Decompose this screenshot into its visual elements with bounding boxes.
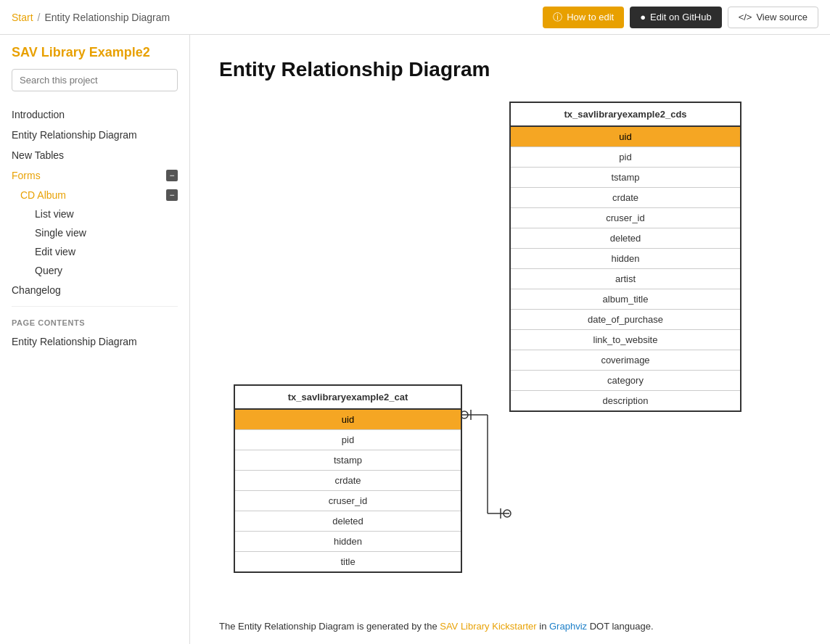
sidebar-item-introduction[interactable]: Introduction <box>0 104 189 125</box>
footer-text: The Entity Relationship Diagram is gener… <box>219 621 801 632</box>
sidebar: SAV Library Example2 Introduction Entity… <box>0 35 190 644</box>
er-table-cds-row-crdate: crdate <box>511 188 740 208</box>
sidebar-nav: Introduction Entity Relationship Diagram… <box>0 99 189 644</box>
sidebar-item-query[interactable]: Query <box>0 261 189 280</box>
footer-suffix: DOT language. <box>590 621 654 632</box>
er-table-cat-row-uid: uid <box>235 410 461 430</box>
sidebar-item-edit-view[interactable]: Edit view <box>0 242 189 261</box>
er-table-cds-row-album-title: album_title <box>511 289 740 310</box>
er-table-cds-row-date-of-purchase: date_of_purchase <box>511 310 740 330</box>
sidebar-item-new-tables-label: New Tables <box>12 149 64 161</box>
er-table-cat-row-cruser-id: cruser_id <box>235 491 461 511</box>
er-table-cds-row-uid: uid <box>511 127 740 147</box>
footer-in: in <box>539 621 549 632</box>
er-table-cat: tx_savlibraryexample2_cat uid pid tstamp… <box>234 384 462 573</box>
sidebar-item-list-view-label: List view <box>35 208 74 220</box>
how-to-edit-label: How to edit <box>567 12 614 22</box>
sidebar-item-forms-label: Forms <box>12 170 41 181</box>
er-table-cds-row-tstamp: tstamp <box>511 168 740 188</box>
er-table-cat-row-title: title <box>235 552 461 571</box>
er-table-cds: tx_savlibraryexample2_cds uid pid tstamp… <box>509 102 741 412</box>
er-table-cat-row-hidden: hidden <box>235 532 461 552</box>
sidebar-item-single-view-label: Single view <box>35 227 86 239</box>
code-icon: </> <box>739 12 752 22</box>
er-table-cds-row-description: description <box>511 391 740 410</box>
cd-album-collapse-icon[interactable]: − <box>166 189 178 201</box>
er-table-cds-row-coverimage: coverimage <box>511 350 740 371</box>
sidebar-item-changelog-label: Changelog <box>12 284 61 296</box>
layout: SAV Library Example2 Introduction Entity… <box>0 35 830 644</box>
er-table-cds-row-deleted: deleted <box>511 228 740 249</box>
top-bar-actions: ⓘ How to edit ● Edit on GitHub </> View … <box>543 7 818 28</box>
project-title: SAV Library Example2 <box>12 45 178 60</box>
edit-on-github-button[interactable]: ● Edit on GitHub <box>630 7 721 28</box>
sidebar-item-forms[interactable]: Forms − <box>0 165 189 186</box>
sidebar-item-list-view[interactable]: List view <box>0 205 189 223</box>
sidebar-toc-erd-label: Entity Relationship Diagram <box>12 336 137 347</box>
er-table-cds-row-category: category <box>511 371 740 391</box>
sidebar-item-changelog[interactable]: Changelog <box>0 280 189 300</box>
er-table-cds-row-hidden: hidden <box>511 249 740 269</box>
view-source-button[interactable]: </> View source <box>728 7 818 28</box>
breadcrumb-current: Entity Relationship Diagram <box>44 12 170 23</box>
footer-prefix: The Entity Relationship Diagram is gener… <box>219 621 440 632</box>
er-table-cat-row-tstamp: tstamp <box>235 450 461 471</box>
er-table-cds-row-pid: pid <box>511 147 740 168</box>
sidebar-item-introduction-label: Introduction <box>12 109 65 120</box>
sidebar-item-erd-label: Entity Relationship Diagram <box>12 129 137 141</box>
view-source-label: View source <box>756 12 808 22</box>
er-table-cat-title: tx_savlibraryexample2_cat <box>235 386 461 410</box>
breadcrumb-start-link[interactable]: Start <box>12 12 33 23</box>
er-table-cds-title: tx_savlibraryexample2_cds <box>511 103 740 127</box>
sidebar-item-cd-album[interactable]: CD Album − <box>0 186 189 205</box>
page-contents-label: PAGE CONTENTS <box>0 313 189 331</box>
sidebar-item-single-view[interactable]: Single view <box>0 223 189 242</box>
top-bar: Start / Entity Relationship Diagram ⓘ Ho… <box>0 0 830 35</box>
sidebar-header: SAV Library Example2 <box>0 35 189 99</box>
sidebar-item-new-tables[interactable]: New Tables <box>0 145 189 165</box>
main-content: Entity Relationship Diagram <box>190 35 830 644</box>
info-icon: ⓘ <box>553 11 562 24</box>
forms-collapse-icon[interactable]: − <box>166 170 178 181</box>
svg-point-5 <box>504 510 511 517</box>
footer-graphviz-link[interactable]: Graphviz <box>549 621 587 632</box>
page-title: Entity Relationship Diagram <box>219 58 801 81</box>
er-table-cat-row-pid: pid <box>235 430 461 450</box>
er-table-cds-row-cruser-id: cruser_id <box>511 208 740 228</box>
sidebar-item-edit-view-label: Edit view <box>35 246 75 257</box>
sidebar-divider <box>12 306 178 307</box>
search-input[interactable] <box>12 69 178 91</box>
github-icon: ● <box>640 12 646 22</box>
sidebar-item-query-label: Query <box>35 265 62 276</box>
er-table-cds-row-artist: artist <box>511 269 740 289</box>
how-to-edit-button[interactable]: ⓘ How to edit <box>543 7 624 28</box>
sidebar-item-cd-album-label: CD Album <box>20 189 66 201</box>
edit-on-github-label: Edit on GitHub <box>650 12 712 22</box>
er-table-cat-row-crdate: crdate <box>235 471 461 491</box>
footer-sav-link[interactable]: SAV Library Kickstarter <box>440 621 536 632</box>
breadcrumb-separator: / <box>38 12 41 23</box>
er-diagram-container: tx_savlibraryexample2_cds uid pid tstamp… <box>219 102 801 609</box>
sidebar-toc-erd[interactable]: Entity Relationship Diagram <box>0 331 189 352</box>
er-table-cat-row-deleted: deleted <box>235 511 461 532</box>
breadcrumb: Start / Entity Relationship Diagram <box>12 12 543 23</box>
er-table-cds-row-link-to-website: link_to_website <box>511 330 740 350</box>
sidebar-item-erd[interactable]: Entity Relationship Diagram <box>0 125 189 145</box>
